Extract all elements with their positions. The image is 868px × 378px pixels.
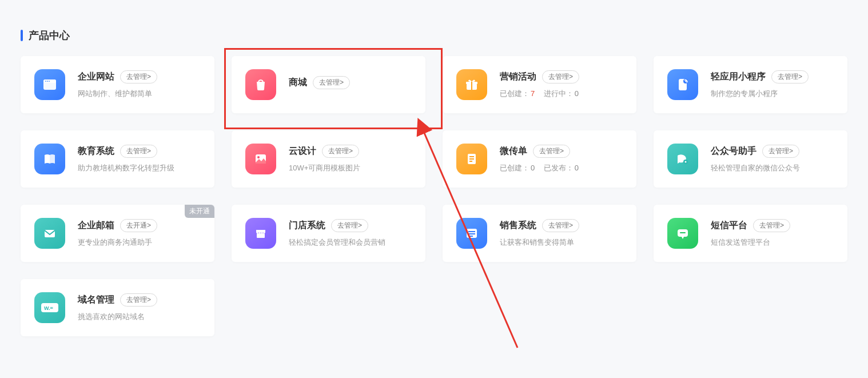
manage-button[interactable]: 去管理>: [120, 145, 157, 158]
card-desc: 轻松搞定会员管理和会员营销: [289, 237, 412, 248]
card-title: 企业网站: [78, 71, 114, 83]
card-store[interactable]: 门店系统 去管理> 轻松搞定会员管理和会员营销: [232, 205, 425, 262]
message-icon: [667, 218, 698, 249]
svg-text:W.=: W.=: [44, 305, 53, 311]
manage-button[interactable]: 去管理>: [313, 76, 350, 89]
card-desc: 10W+可商用模板图片: [289, 162, 412, 174]
card-desc: 更专业的商务沟通助手: [78, 237, 201, 248]
manage-button[interactable]: 去管理>: [322, 145, 359, 158]
card-title: 云设计: [289, 145, 316, 157]
svg-rect-15: [469, 161, 472, 162]
card-desc: 网站制作、维护都简单: [78, 88, 201, 100]
card-domain[interactable]: W.= 域名管理 去管理> 挑选喜欢的网站域名: [21, 279, 214, 336]
card-desc: 制作您的专属小程序: [711, 88, 834, 100]
card-stats: 已创建：0 已发布：0: [500, 162, 623, 174]
card-design[interactable]: 云设计 去管理> 10W+可商用模板图片: [232, 130, 425, 188]
card-title: 企业邮箱: [78, 220, 114, 232]
card-title: 商城: [289, 77, 307, 89]
card-title: 销售系统: [500, 220, 536, 232]
card-mail[interactable]: 未开通 企业邮箱 去开通> 更专业的商务沟通助手: [21, 205, 214, 262]
card-marketing[interactable]: 营销活动 去管理> 已创建：7 进行中：0: [443, 56, 636, 113]
card-stats: 已创建：7 进行中：0: [500, 88, 623, 100]
card-mall[interactable]: 商城 去管理>: [232, 56, 425, 113]
unopened-badge: 未开通: [185, 205, 214, 218]
published-count: 0: [575, 164, 579, 172]
section-accent-bar: [21, 30, 23, 41]
book-icon: [34, 144, 65, 174]
running-count: 0: [575, 89, 579, 98]
manage-button[interactable]: 去管理>: [542, 70, 579, 83]
svg-rect-14: [469, 158, 474, 160]
svg-point-11: [257, 156, 260, 158]
svg-point-4: [49, 81, 50, 82]
mail-icon: [34, 218, 65, 249]
card-flyer[interactable]: 微传单 去管理> 已创建：0 已发布：0: [443, 130, 636, 188]
card-edu[interactable]: 教育系统 去管理> 助力教培机构数字化转型升级: [21, 130, 214, 188]
section-header: 产品中心: [0, 0, 868, 56]
window-icon: [34, 69, 65, 100]
card-desc: 助力教培机构数字化转型升级: [78, 162, 201, 174]
svg-rect-21: [468, 231, 475, 232]
section-title: 产品中心: [29, 29, 70, 42]
svg-rect-23: [468, 236, 473, 237]
manage-button[interactable]: 去管理>: [771, 70, 809, 83]
card-title: 轻应用小程序: [711, 71, 766, 83]
manage-button[interactable]: 去管理>: [120, 70, 157, 83]
manage-button[interactable]: 去管理>: [331, 219, 368, 232]
card-title: 教育系统: [78, 145, 114, 157]
manage-button[interactable]: 去管理>: [753, 219, 790, 232]
card-sms[interactable]: 短信平台 去管理> 短信发送管理平台: [654, 205, 847, 262]
svg-point-2: [45, 81, 46, 82]
manage-button[interactable]: 去管理>: [762, 145, 799, 158]
manage-button[interactable]: 去管理>: [542, 219, 579, 232]
card-title: 微传单: [500, 145, 527, 157]
chat-gear-icon: [667, 144, 698, 174]
product-grid: 企业网站 去管理> 网站制作、维护都简单 商城 去管理> 营销活动 去管理>: [0, 56, 868, 336]
open-button[interactable]: 去开通>: [120, 219, 157, 232]
created-count: 0: [531, 164, 535, 172]
card-desc: 挑选喜欢的网站域名: [78, 311, 201, 323]
svg-rect-19: [257, 233, 265, 238]
card-sales[interactable]: 销售系统 去管理> 让获客和销售变得简单: [443, 205, 636, 262]
svg-rect-22: [468, 233, 475, 234]
card-title: 短信平台: [711, 220, 747, 232]
svg-rect-13: [469, 156, 474, 157]
svg-rect-7: [471, 82, 472, 90]
manage-button[interactable]: 去管理>: [533, 145, 570, 158]
svg-rect-25: [680, 232, 686, 233]
card-title: 门店系统: [289, 220, 325, 232]
store-icon: [245, 218, 276, 249]
svg-point-17: [685, 161, 687, 163]
card-desc: 短信发送管理平台: [711, 237, 834, 248]
card-title: 域名管理: [78, 294, 114, 306]
card-desc: 轻松管理自家的微信公众号: [711, 162, 834, 174]
card-miniapp[interactable]: 轻应用小程序 去管理> 制作您的专属小程序: [654, 56, 847, 113]
flyer-icon: [456, 144, 487, 174]
image-icon: [245, 144, 276, 174]
created-count: 7: [531, 89, 535, 98]
svg-point-3: [47, 81, 48, 82]
card-site[interactable]: 企业网站 去管理> 网站制作、维护都简单: [21, 56, 214, 113]
card-desc: 让获客和销售变得简单: [500, 237, 623, 248]
list-icon: [456, 218, 487, 249]
card-mp[interactable]: 公众号助手 去管理> 轻松管理自家的微信公众号: [654, 130, 847, 188]
domain-icon: W.=: [34, 292, 65, 323]
card-title: 营销活动: [500, 71, 536, 83]
shopping-bag-icon: [245, 69, 276, 100]
card-title: 公众号助手: [711, 145, 756, 157]
miniapp-icon: [667, 69, 698, 100]
gift-icon: [456, 69, 487, 100]
manage-button[interactable]: 去管理>: [120, 293, 157, 307]
